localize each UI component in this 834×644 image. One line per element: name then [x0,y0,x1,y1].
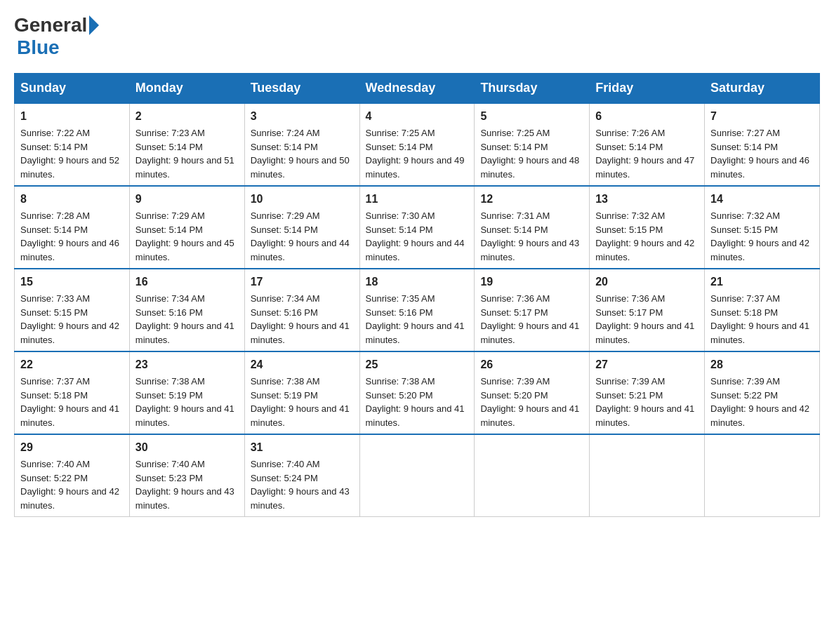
day-number: 17 [251,274,354,290]
day-number: 29 [20,439,124,456]
day-number: 19 [480,274,583,290]
logo-general-text: General [14,14,87,36]
calendar-cell: 19Sunrise: 7:36 AMSunset: 5:17 PMDayligh… [475,269,590,351]
calendar-cell: 13Sunrise: 7:32 AMSunset: 5:15 PMDayligh… [590,186,705,269]
day-number: 26 [480,356,583,373]
calendar-cell: 10Sunrise: 7:29 AMSunset: 5:14 PMDayligh… [244,186,359,269]
day-number: 18 [366,274,469,290]
calendar-cell: 2Sunrise: 7:23 AMSunset: 5:14 PMDaylight… [129,103,244,186]
calendar-week-row: 29Sunrise: 7:40 AMSunset: 5:22 PMDayligh… [15,434,820,517]
calendar-cell: 27Sunrise: 7:39 AMSunset: 5:21 PMDayligh… [590,351,705,434]
day-number: 30 [135,439,239,456]
calendar-cell: 1Sunrise: 7:22 AMSunset: 5:14 PMDaylight… [15,103,130,186]
calendar-cell: 5Sunrise: 7:25 AMSunset: 5:14 PMDaylight… [475,103,590,186]
day-number: 5 [480,108,583,125]
day-number: 24 [251,356,354,373]
day-number: 23 [135,356,239,373]
calendar-cell [705,434,820,517]
logo: General Blue [14,14,99,59]
calendar-cell: 18Sunrise: 7:35 AMSunset: 5:16 PMDayligh… [359,269,475,351]
calendar-cell: 12Sunrise: 7:31 AMSunset: 5:14 PMDayligh… [475,186,590,269]
calendar-cell [475,434,590,517]
calendar-header-tuesday: Tuesday [244,74,359,104]
calendar-cell: 26Sunrise: 7:39 AMSunset: 5:20 PMDayligh… [475,351,590,434]
logo-arrow-icon [89,15,99,35]
day-number: 14 [710,191,814,208]
calendar-week-row: 1Sunrise: 7:22 AMSunset: 5:14 PMDaylight… [15,103,820,186]
page-header: General Blue [14,14,820,59]
day-number: 28 [710,356,814,373]
day-number: 22 [20,356,124,373]
calendar-cell: 29Sunrise: 7:40 AMSunset: 5:22 PMDayligh… [15,434,130,517]
day-number: 15 [20,274,124,290]
day-number: 11 [366,191,469,208]
day-number: 27 [595,356,699,373]
day-number: 1 [20,108,124,125]
calendar-header-wednesday: Wednesday [359,74,475,104]
calendar-header-row: SundayMondayTuesdayWednesdayThursdayFrid… [15,74,820,104]
calendar-cell: 28Sunrise: 7:39 AMSunset: 5:22 PMDayligh… [705,351,820,434]
logo-blue-text: Blue [17,36,60,59]
day-number: 8 [20,191,124,208]
calendar-cell: 14Sunrise: 7:32 AMSunset: 5:15 PMDayligh… [705,186,820,269]
day-number: 21 [710,274,814,290]
calendar-header-monday: Monday [129,74,244,104]
calendar-header-friday: Friday [590,74,705,104]
calendar-cell: 3Sunrise: 7:24 AMSunset: 5:14 PMDaylight… [244,103,359,186]
calendar-cell: 31Sunrise: 7:40 AMSunset: 5:24 PMDayligh… [244,434,359,517]
calendar-week-row: 15Sunrise: 7:33 AMSunset: 5:15 PMDayligh… [15,269,820,351]
calendar-cell: 11Sunrise: 7:30 AMSunset: 5:14 PMDayligh… [359,186,475,269]
calendar-header-saturday: Saturday [705,74,820,104]
calendar-cell: 23Sunrise: 7:38 AMSunset: 5:19 PMDayligh… [129,351,244,434]
calendar-header-sunday: Sunday [15,74,130,104]
day-number: 6 [595,108,699,125]
calendar-header-thursday: Thursday [475,74,590,104]
day-number: 7 [710,108,814,125]
day-number: 20 [595,274,699,290]
calendar-cell [359,434,475,517]
calendar-cell: 6Sunrise: 7:26 AMSunset: 5:14 PMDaylight… [590,103,705,186]
calendar-cell [590,434,705,517]
calendar-cell: 22Sunrise: 7:37 AMSunset: 5:18 PMDayligh… [15,351,130,434]
calendar-cell: 15Sunrise: 7:33 AMSunset: 5:15 PMDayligh… [15,269,130,351]
day-number: 31 [251,439,354,456]
day-number: 10 [251,191,354,208]
calendar-cell: 4Sunrise: 7:25 AMSunset: 5:14 PMDaylight… [359,103,475,186]
calendar-cell: 9Sunrise: 7:29 AMSunset: 5:14 PMDaylight… [129,186,244,269]
calendar-cell: 17Sunrise: 7:34 AMSunset: 5:16 PMDayligh… [244,269,359,351]
calendar-cell: 24Sunrise: 7:38 AMSunset: 5:19 PMDayligh… [244,351,359,434]
calendar-table: SundayMondayTuesdayWednesdayThursdayFrid… [14,73,820,517]
calendar-cell: 7Sunrise: 7:27 AMSunset: 5:14 PMDaylight… [705,103,820,186]
calendar-cell: 20Sunrise: 7:36 AMSunset: 5:17 PMDayligh… [590,269,705,351]
day-number: 9 [135,191,239,208]
day-number: 12 [480,191,583,208]
day-number: 16 [135,274,239,290]
calendar-cell: 30Sunrise: 7:40 AMSunset: 5:23 PMDayligh… [129,434,244,517]
calendar-cell: 16Sunrise: 7:34 AMSunset: 5:16 PMDayligh… [129,269,244,351]
calendar-cell: 25Sunrise: 7:38 AMSunset: 5:20 PMDayligh… [359,351,475,434]
day-number: 4 [366,108,469,125]
calendar-cell: 21Sunrise: 7:37 AMSunset: 5:18 PMDayligh… [705,269,820,351]
day-number: 3 [251,108,354,125]
calendar-week-row: 8Sunrise: 7:28 AMSunset: 5:14 PMDaylight… [15,186,820,269]
day-number: 13 [595,191,699,208]
calendar-week-row: 22Sunrise: 7:37 AMSunset: 5:18 PMDayligh… [15,351,820,434]
day-number: 2 [135,108,239,125]
day-number: 25 [366,356,469,373]
calendar-cell: 8Sunrise: 7:28 AMSunset: 5:14 PMDaylight… [15,186,130,269]
